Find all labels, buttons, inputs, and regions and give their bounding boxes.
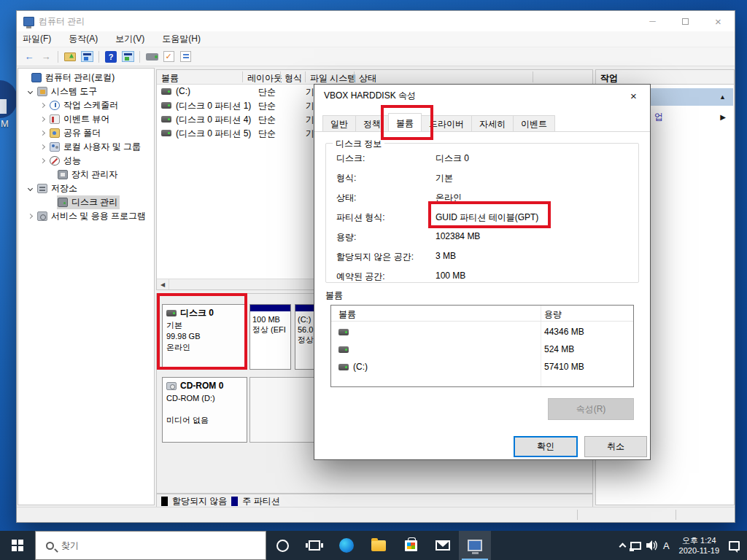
window-title: 컴퓨터 관리 xyxy=(39,15,85,28)
help-icon[interactable]: ? xyxy=(104,50,117,63)
dialog-title-bar[interactable]: VBOX HARDDISK 속성 xyxy=(314,85,650,106)
legend-unallocated-label: 할당되지 않음 xyxy=(172,495,227,508)
col-layout[interactable]: 레이아웃 xyxy=(247,72,282,85)
volume-icon[interactable] xyxy=(646,540,658,551)
chevron-collapsed-icon[interactable] xyxy=(40,117,45,122)
cdrom-header[interactable]: CD-ROM 0 CD-ROM (D:) 미디어 없음 xyxy=(162,377,247,443)
back-icon[interactable]: ← xyxy=(23,50,36,63)
chevron-collapsed-icon[interactable] xyxy=(28,214,33,219)
start-button[interactable] xyxy=(0,531,35,560)
col-volume[interactable]: 볼륨 xyxy=(161,72,179,85)
file-explorer-button[interactable] xyxy=(363,531,395,560)
close-button[interactable]: × xyxy=(702,11,735,31)
tree-item-event-viewer[interactable]: 이벤트 뷰어 xyxy=(18,112,154,126)
dialog-volume-row[interactable]: 44346 MB xyxy=(331,324,633,341)
info-label: 용량: xyxy=(336,231,356,244)
cortana-button[interactable] xyxy=(266,531,298,560)
services-icon xyxy=(37,211,47,221)
computer-management-taskbar-button[interactable] xyxy=(459,531,491,560)
title-bar[interactable]: 컴퓨터 관리 ─ × xyxy=(17,11,735,31)
menu-help[interactable]: 도움말(H) xyxy=(162,33,201,45)
dialog-volume-row[interactable]: (C:) 57410 MB xyxy=(331,359,633,376)
tree-item-device-manager[interactable]: 장치 관리자 xyxy=(18,168,154,182)
export-list-icon[interactable] xyxy=(63,50,77,63)
action-check-icon[interactable]: ✓ xyxy=(162,50,175,63)
chevron-collapsed-icon[interactable] xyxy=(40,131,45,136)
collapse-icon[interactable]: ▲ xyxy=(719,93,726,101)
forward-icon[interactable]: → xyxy=(39,50,53,63)
chevron-expanded-icon[interactable] xyxy=(28,89,33,94)
device-manager-icon xyxy=(58,170,68,179)
annotation-box-volumes-tab xyxy=(381,105,433,140)
task-view-button[interactable] xyxy=(298,531,330,560)
volume-list-header: 볼륨 레이아웃 형식 파일 시스템 상태 xyxy=(157,70,592,85)
info-value-unallocated: 3 MB xyxy=(436,251,456,261)
tree-item-task-scheduler[interactable]: 작업 스케줄러 xyxy=(18,98,154,112)
partition-efi[interactable]: 100 MB 정상 (EFI xyxy=(249,304,291,370)
action-center-icon[interactable] xyxy=(729,541,740,551)
maximize-button[interactable] xyxy=(669,11,702,31)
edge-button[interactable] xyxy=(330,531,363,560)
menu-view[interactable]: 보기(V) xyxy=(115,33,144,45)
menu-file[interactable]: 파일(F) xyxy=(23,33,51,45)
vbox-harddisk-properties-dialog: VBOX HARDDISK 속성 × 일반 정책 볼륨 드라이버 자세히 이벤트… xyxy=(314,84,651,460)
dialog-volume-row[interactable]: 524 MB xyxy=(331,342,633,358)
tree-item-shared-folders[interactable]: 공유 폴더 xyxy=(18,126,154,140)
chevron-collapsed-icon[interactable] xyxy=(40,158,45,163)
search-placeholder: 찾기 xyxy=(61,540,79,552)
desktop: M 컴퓨터 관리 ─ × 파일(F) 동작(A) 보기(V) 도움말(H) ← … xyxy=(0,0,747,560)
cdrom-icon xyxy=(166,382,177,390)
ime-indicator[interactable]: A xyxy=(663,540,670,551)
tab-details[interactable]: 자세히 xyxy=(471,115,514,131)
task-scheduler-icon xyxy=(50,101,60,110)
expand-right-icon[interactable]: ▶ xyxy=(720,113,726,121)
store-button[interactable] xyxy=(395,531,427,560)
info-value-capacity: 102384 MB xyxy=(436,231,480,241)
ok-button[interactable]: 확인 xyxy=(514,436,578,457)
chevron-expanded-icon[interactable] xyxy=(28,186,33,191)
tree-item-performance[interactable]: 성능 xyxy=(18,154,154,168)
menu-action[interactable]: 동작(A) xyxy=(69,33,98,45)
annotation-box-gpt-value xyxy=(428,201,551,228)
show-console-tree-icon[interactable] xyxy=(80,50,93,63)
col-status[interactable]: 상태 xyxy=(359,72,376,85)
tree-item-disk-management[interactable]: 디스크 관리 xyxy=(18,195,154,209)
search-input[interactable]: 찾기 xyxy=(35,531,266,560)
groupbox-legend: 디스크 정보 xyxy=(333,138,384,150)
hidden-icons-chevron-icon[interactable] xyxy=(619,543,626,551)
tree-item-local-users-groups[interactable]: 로컬 사용자 및 그룹 xyxy=(18,140,154,154)
cancel-button[interactable]: 취소 xyxy=(584,436,647,457)
show-action-pane-icon[interactable] xyxy=(121,50,134,63)
mail-button[interactable] xyxy=(427,531,459,560)
tree-item-computer-management-root[interactable]: 컴퓨터 관리(로컬) xyxy=(18,71,154,85)
tree-item-storage[interactable]: 저장소 xyxy=(18,182,154,195)
network-icon[interactable] xyxy=(630,542,641,550)
scroll-left-icon[interactable]: ◀ xyxy=(157,279,169,289)
maximize-icon xyxy=(682,18,689,25)
legend-primary-swatch xyxy=(231,497,238,506)
tab-events[interactable]: 이벤트 xyxy=(513,115,555,131)
chevron-collapsed-icon[interactable] xyxy=(40,103,45,108)
minimize-button[interactable]: ─ xyxy=(636,11,669,31)
tree-item-services-apps[interactable]: 서비스 및 응용 프로그램 xyxy=(18,209,154,223)
computer-management-icon xyxy=(468,540,482,551)
clock[interactable]: 오후 1:24 2020-11-19 xyxy=(675,535,724,556)
computer-management-icon xyxy=(23,17,34,26)
dialog-close-button[interactable]: × xyxy=(617,85,650,106)
info-value-type: 기본 xyxy=(436,172,453,184)
console-tree-pane: 컴퓨터 관리(로컬) 시스템 도구 작업 스케줄러 이벤트 뷰어 공유 폴더 로… xyxy=(18,68,155,505)
tree-item-system-tools[interactable]: 시스템 도구 xyxy=(18,85,154,98)
col-type[interactable]: 형식 xyxy=(285,72,302,85)
info-label: 디스크: xyxy=(336,152,365,165)
chevron-collapsed-icon[interactable] xyxy=(40,144,45,149)
tab-general[interactable]: 일반 xyxy=(322,115,356,131)
desktop-icon-label-fragment: M xyxy=(1,118,9,129)
col-capacity[interactable]: 용량 xyxy=(544,308,562,321)
col-volume[interactable]: 볼륨 xyxy=(338,308,356,321)
task-list-icon[interactable] xyxy=(179,50,192,63)
device-tool-icon[interactable] xyxy=(145,50,158,63)
edge-icon xyxy=(339,538,354,553)
col-filesystem[interactable]: 파일 시스템 xyxy=(310,72,356,85)
volume-icon xyxy=(161,88,171,95)
dialog-title: VBOX HARDDISK 속성 xyxy=(324,90,416,102)
